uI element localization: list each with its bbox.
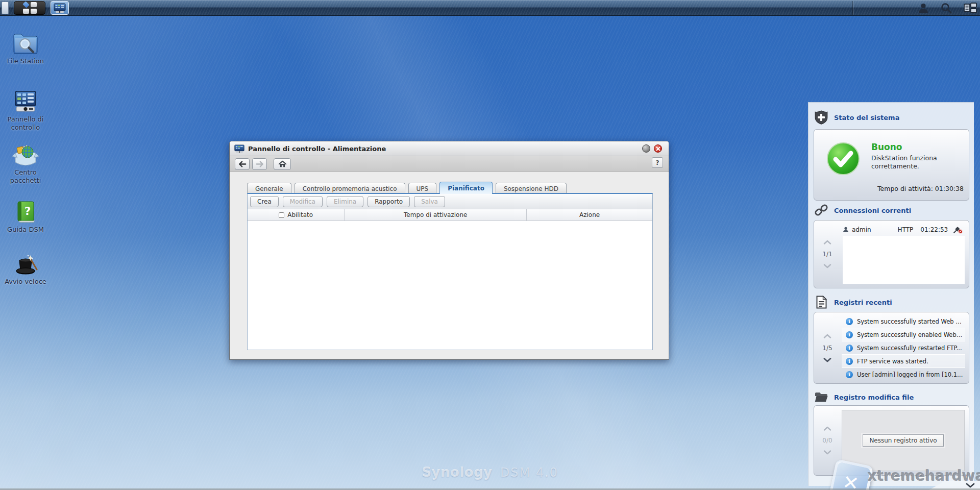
recent-logs-pager: 1/5 bbox=[814, 312, 841, 383]
search-icon[interactable] bbox=[940, 2, 952, 14]
desktop-icon-file-station[interactable]: File Station bbox=[1, 32, 50, 65]
table-body-empty bbox=[248, 221, 652, 350]
page-down-icon[interactable] bbox=[823, 264, 831, 268]
health-description: DiskStation funziona correttamente. bbox=[871, 154, 958, 171]
info-icon: i bbox=[846, 358, 853, 365]
window-titlebar[interactable]: Pannello di controllo - Alimentazione bbox=[230, 141, 669, 156]
control-panel-mini-icon bbox=[54, 3, 66, 13]
back-arrow-icon bbox=[238, 161, 247, 167]
main-menu-icon bbox=[23, 2, 37, 14]
save-button[interactable]: Salva bbox=[414, 196, 445, 207]
log-row: i System successfully restarted FTP... bbox=[842, 341, 965, 355]
page-up-icon[interactable] bbox=[823, 334, 831, 338]
tab-ups[interactable]: UPS bbox=[408, 183, 437, 194]
tab-strip: Generale Controllo promemoria acustico U… bbox=[247, 182, 567, 194]
desktop-icon-quick-start[interactable]: Avvio veloce bbox=[1, 252, 50, 286]
close-icon bbox=[656, 146, 660, 151]
tab-sospensione-hdd[interactable]: Sospensione HDD bbox=[496, 183, 567, 194]
connections-list: admin HTTP 01:22:53 bbox=[843, 224, 965, 284]
show-desktop-button[interactable] bbox=[2, 2, 9, 14]
user-small-icon bbox=[843, 227, 849, 233]
control-panel-icon bbox=[12, 90, 39, 113]
page-down-icon[interactable] bbox=[823, 450, 831, 455]
no-active-log-label: Nessun registro attivo bbox=[863, 434, 943, 447]
system-health-box: Buono DiskStation funziona correttamente… bbox=[814, 129, 969, 201]
product-version: DSM 4.0 bbox=[500, 465, 558, 480]
svg-text:?: ? bbox=[24, 205, 31, 217]
log-row: i User [admin] logged in from [10.16... bbox=[842, 368, 965, 381]
watermark-text: xtremehardware.com bbox=[868, 468, 980, 484]
info-icon: i bbox=[846, 318, 853, 325]
main-menu-button[interactable] bbox=[14, 1, 45, 15]
user-icon[interactable] bbox=[918, 3, 929, 14]
page-down-icon[interactable] bbox=[823, 358, 831, 362]
dsm-help-icon: ? bbox=[12, 200, 39, 224]
back-button[interactable] bbox=[235, 158, 250, 170]
desktop-icon-control-panel[interactable]: Pannello di controllo bbox=[1, 90, 50, 132]
taskbar bbox=[0, 0, 980, 16]
connections-empty-area bbox=[843, 236, 965, 284]
report-button[interactable]: Rapporto bbox=[368, 196, 410, 207]
tab-content-panel: Crea Modifica Elimina Rapporto Salva Abi… bbox=[247, 193, 653, 350]
dsm-wordmark: Synology DSM 4.0 bbox=[422, 464, 558, 480]
file-change-log-empty-area: Nessun registro attivo bbox=[842, 410, 965, 471]
table-header: Abilitato Tempo di attivazione Azione bbox=[248, 209, 652, 221]
delete-button[interactable]: Elimina bbox=[327, 196, 363, 207]
minimize-button[interactable] bbox=[642, 144, 650, 153]
taskbar-item-control-panel[interactable] bbox=[51, 1, 69, 15]
window-title: Pannello di controllo - Alimentazione bbox=[248, 145, 386, 153]
info-icon: i bbox=[846, 331, 853, 338]
desktop-icon-label: Pannello di controllo bbox=[1, 115, 50, 132]
page-count: 1/1 bbox=[822, 251, 832, 258]
create-button[interactable]: Crea bbox=[250, 196, 279, 207]
forward-button[interactable] bbox=[252, 158, 267, 170]
desktop-icon-dsm-help[interactable]: ? Guida DSM bbox=[1, 200, 50, 234]
help-button[interactable]: ? bbox=[652, 157, 663, 168]
chain-link-icon bbox=[815, 204, 828, 217]
page-up-icon[interactable] bbox=[823, 240, 831, 244]
select-all-checkbox[interactable] bbox=[279, 212, 284, 218]
info-icon: i bbox=[846, 345, 853, 352]
connections-box: 1/1 admin HTTP 01:22:53 bbox=[814, 220, 969, 288]
pilot-view-panel: Stato del sistema Buono DiskStation funz… bbox=[808, 102, 974, 486]
log-row: i System successfully started Web St... bbox=[842, 315, 965, 328]
health-status: Buono bbox=[871, 142, 958, 152]
desktop-icon-package-center[interactable]: Centro pacchetti bbox=[1, 143, 50, 185]
page-up-icon[interactable] bbox=[823, 426, 831, 431]
tab-pianificato[interactable]: Pianificato bbox=[439, 182, 493, 194]
tab-controllo-promemoria-acustico[interactable]: Controllo promemoria acustico bbox=[295, 183, 405, 194]
brand-name: Synology bbox=[422, 464, 492, 480]
window-icon bbox=[234, 144, 244, 153]
tab-generale[interactable]: Generale bbox=[247, 183, 291, 194]
taskbar-separator bbox=[853, 1, 853, 15]
uptime-text: Tempo di attività: 01:30:38 bbox=[877, 185, 964, 192]
pilot-view-icon[interactable] bbox=[964, 3, 977, 14]
info-icon: i bbox=[846, 371, 853, 378]
desktop-icon-label: File Station bbox=[7, 57, 44, 65]
connection-protocol: HTTP bbox=[898, 226, 914, 233]
desktop-icon-label: Centro pacchetti bbox=[1, 168, 50, 185]
column-header-tempo-di-attivazione[interactable]: Tempo di attivazione bbox=[345, 209, 527, 220]
desktop-icon-label: Guida DSM bbox=[7, 226, 44, 234]
schedule-toolbar: Crea Modifica Elimina Rapporto Salva bbox=[248, 194, 652, 209]
package-center-icon bbox=[12, 143, 39, 166]
home-icon bbox=[278, 160, 287, 168]
section-title: Stato del sistema bbox=[834, 114, 899, 121]
column-header-abilitato[interactable]: Abilitato bbox=[248, 209, 345, 220]
column-header-azione[interactable]: Azione bbox=[527, 209, 652, 220]
close-button[interactable] bbox=[654, 144, 662, 153]
connection-user: admin bbox=[852, 226, 871, 233]
disconnect-icon[interactable] bbox=[953, 226, 963, 234]
edit-button[interactable]: Modifica bbox=[283, 196, 323, 207]
status-ok-icon bbox=[826, 142, 860, 176]
window-nav-bar bbox=[230, 156, 669, 172]
connection-row: admin HTTP 01:22:53 bbox=[843, 224, 965, 236]
recent-logs-list: i System successfully started Web St... … bbox=[842, 315, 965, 381]
quick-start-icon bbox=[12, 252, 39, 276]
control-panel-window: Pannello di controllo - Alimentazione ? … bbox=[229, 141, 669, 360]
open-folder-icon bbox=[815, 391, 828, 403]
home-button[interactable] bbox=[274, 158, 291, 170]
section-title: Registro modifica file bbox=[834, 394, 914, 401]
log-row: i FTP service was started. bbox=[842, 355, 965, 368]
system-health-header: Stato del sistema bbox=[808, 110, 974, 125]
